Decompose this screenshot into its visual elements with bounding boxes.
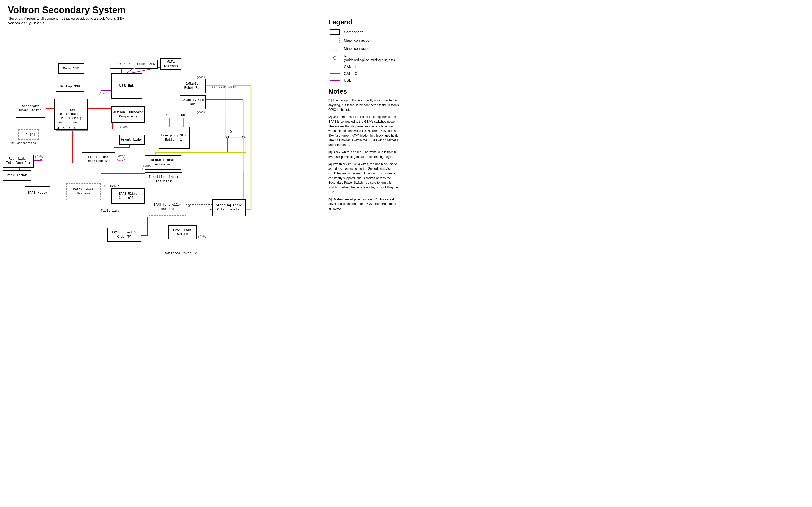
no-label: NO [181, 113, 185, 117]
rear-lidar-box: Rear Lidar [3, 170, 31, 181]
notes-title: Notes [328, 88, 401, 96]
rear-zed-box: Rear ZED [110, 60, 133, 69]
fault-lamp-label: Fault lamp [101, 209, 120, 213]
node-estop-right [242, 136, 244, 138]
legend-minor: [···] Minor connection [328, 46, 401, 51]
rear-lidar-interface-box: Rear Lidar Interface Box [3, 155, 34, 168]
usb-label-rli: [USB] [35, 159, 44, 162]
motor-power-harness-box: Motor Power Harness [66, 183, 101, 200]
gnd-label-rli: [GND] [35, 155, 44, 158]
pdp-ports: 4 5 7 8 [57, 127, 76, 130]
gnd-label-fli: [GND] [116, 155, 125, 158]
lo-label: LO [228, 130, 232, 134]
pdp-box: Power Distribution Panel (PDP) [54, 99, 88, 130]
jetson-box: Jetson (Onboard Computer) [111, 106, 145, 123]
page-title: Voltron Secondary System [0, 0, 406, 15]
gnd-label-usb-hub: [GND] [99, 92, 108, 95]
note-4: [4] Two thick (12 AWG) wires, red and bl… [328, 162, 401, 194]
gnd-connections-label: GND connections [10, 142, 36, 145]
note-2: [2] Unlike the rest of our custom compon… [328, 115, 401, 147]
wifi-antenna-box: WiFi Antenna [161, 58, 181, 70]
canable-robot-box: CANable, Robot Bus [180, 79, 206, 93]
usb-debug-label: USB Debug [103, 184, 120, 188]
bracket-3: [3] [186, 205, 192, 208]
epas-motor-box: EPAS Motor [24, 186, 51, 199]
usb-label-fli: [USB] [116, 159, 125, 162]
legend-node: Node (soldered splice, wiring nut, etc) [328, 54, 401, 62]
node-estop-left [226, 136, 229, 138]
epas-controller-harness-box: EPAS Controller Harness [149, 199, 186, 216]
note-3: [3] Black, white, and red. The white wir… [328, 150, 401, 159]
gnd-label-epas-ps: [GND] [198, 235, 207, 238]
legend-can-lo: CAN LO [328, 71, 401, 75]
epas-effort-knob-box: EPAS Effort % Knob [5] [107, 228, 141, 242]
note-5: [5] Dash-mounted potentiometer. Controls… [328, 197, 401, 211]
legend-usb: USB [328, 78, 401, 82]
secondary-power-switch-box: Secondary Power Switch [15, 100, 45, 118]
legend-component: Component [328, 29, 401, 35]
throttle-linear-box: Throttle Linear Actuator [145, 172, 182, 186]
gnd-label-canable-robot: [GND] [197, 76, 205, 79]
gem-diagnostic-label: [GEM diagnostic] [210, 86, 238, 89]
gnd-label-canable-gem: [GND] [197, 111, 205, 114]
epas-ultra-box: EPAS Ultra Controller [111, 188, 145, 204]
diagram: Main SSD Backup SSD Rear ZED Front ZED W… [0, 29, 272, 253]
pdp-10a: 10A [57, 121, 63, 124]
node-brake-gnd [142, 168, 144, 170]
legend-major: Major connection [328, 38, 401, 43]
epas-power-switch-box: EPAS Power Switch [168, 225, 197, 239]
legend-can-hi: CAN HI [328, 65, 401, 69]
usb-hub-box: USB Hub [111, 73, 142, 99]
pdp-15a: 15A [72, 121, 78, 124]
sla-box: SLA [4] [18, 129, 39, 140]
steering-angle-box: Steering Angle Potentiometer [212, 199, 246, 216]
emergency-stop-box: Emergency Stop Button [1] [159, 127, 190, 149]
front-zed-box: Front ZED [134, 60, 158, 69]
note-1: [1] The E-stop button is currently not c… [328, 98, 401, 112]
legend-panel: Legend Component Major connection [···] … [328, 18, 401, 214]
main-ssd-box: Main SSD [58, 63, 84, 74]
front-lidar-box: Front Lidar [119, 134, 145, 145]
gnd-label-jetson: [GND] [120, 125, 128, 129]
canable-gem-box: CANable, GEM Bus [180, 95, 206, 109]
nc-label: NC [166, 113, 170, 117]
gnd-label-brake: [GND] [143, 164, 152, 167]
switched-power-label: Switched Power [2] [165, 251, 199, 253]
legend-title: Legend [328, 18, 401, 26]
front-lidar-interface-box: Front Lidar Interface Box [81, 152, 115, 166]
backup-ssd-box: Backup SSD [56, 81, 84, 92]
